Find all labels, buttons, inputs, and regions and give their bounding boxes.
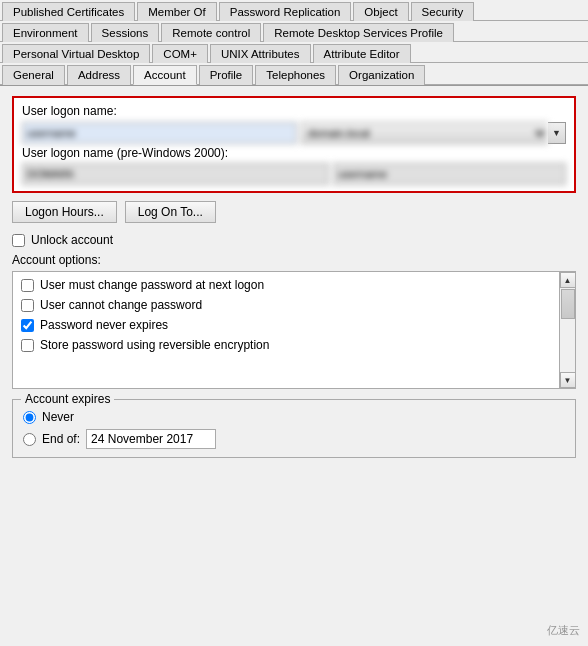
option-row-0: User must change password at next logon — [21, 278, 551, 292]
tab-remote-control[interactable]: Remote control — [161, 23, 261, 42]
scrollbar-thumb[interactable] — [561, 289, 575, 319]
account-expires-group: Account expires Never End of: — [12, 399, 576, 458]
pre2000-row — [22, 163, 566, 185]
tab-organization[interactable]: Organization — [338, 65, 425, 85]
never-label: Never — [42, 410, 74, 424]
pre2000-username-input[interactable] — [333, 163, 566, 185]
user-logon-name-label: User logon name: — [22, 104, 566, 118]
logon-name-input[interactable] — [22, 122, 297, 144]
tab-address[interactable]: Address — [67, 65, 131, 85]
tab-row-4: General Address Account Profile Telephon… — [0, 63, 588, 85]
end-of-row: End of: — [23, 429, 565, 449]
logon-hours-button[interactable]: Logon Hours... — [12, 201, 117, 223]
tab-attribute-editor[interactable]: Attribute Editor — [313, 44, 411, 63]
tab-general[interactable]: General — [2, 65, 65, 85]
never-radio[interactable] — [23, 411, 36, 424]
tab-password-replication[interactable]: Password Replication — [219, 2, 352, 21]
domain-dropdown[interactable]: domain.local — [301, 122, 548, 144]
tab-object[interactable]: Object — [353, 2, 408, 21]
options-scrollbar[interactable]: ▲ ▼ — [559, 272, 575, 388]
option-label-0: User must change password at next logon — [40, 278, 264, 292]
option-label-2: Password never expires — [40, 318, 168, 332]
main-content: User logon name: domain.local ▼ User log… — [0, 86, 588, 646]
tab-remote-desktop[interactable]: Remote Desktop Services Profile — [263, 23, 454, 42]
unlock-account-row: Unlock account — [12, 233, 576, 247]
scrollbar-up-icon[interactable]: ▲ — [560, 272, 576, 288]
option-row-3: Store password using reversible encrypti… — [21, 338, 551, 352]
pre2000-domain-input[interactable] — [22, 163, 329, 185]
tab-com-plus[interactable]: COM+ — [152, 44, 208, 63]
tab-sessions[interactable]: Sessions — [91, 23, 160, 42]
logon-name-row: domain.local ▼ — [22, 122, 566, 144]
scrollbar-down-icon[interactable]: ▼ — [560, 372, 576, 388]
domain-dropdown-container: domain.local ▼ — [301, 122, 566, 144]
option-checkbox-3[interactable] — [21, 339, 34, 352]
account-expires-title: Account expires — [21, 392, 114, 406]
dropdown-arrow-icon[interactable]: ▼ — [548, 122, 566, 144]
option-row-1: User cannot change password — [21, 298, 551, 312]
end-of-label: End of: — [42, 432, 80, 446]
options-list: User must change password at next logon … — [21, 278, 567, 352]
option-row-2: Password never expires — [21, 318, 551, 332]
pre2000-label: User logon name (pre-Windows 2000): — [22, 146, 566, 160]
option-checkbox-1[interactable] — [21, 299, 34, 312]
tab-row-1: Published Certificates Member Of Passwor… — [0, 0, 588, 21]
unlock-account-label: Unlock account — [31, 233, 113, 247]
tab-environment[interactable]: Environment — [2, 23, 89, 42]
logon-buttons-row: Logon Hours... Log On To... — [12, 201, 576, 223]
option-checkbox-0[interactable] — [21, 279, 34, 292]
account-options-label: Account options: — [12, 253, 576, 267]
unlock-account-checkbox[interactable] — [12, 234, 25, 247]
tab-member-of[interactable]: Member Of — [137, 2, 217, 21]
tab-published-certificates[interactable]: Published Certificates — [2, 2, 135, 21]
tab-account[interactable]: Account — [133, 65, 197, 85]
tab-profile[interactable]: Profile — [199, 65, 254, 85]
tab-bar: Published Certificates Member Of Passwor… — [0, 0, 588, 86]
option-checkbox-2[interactable] — [21, 319, 34, 332]
tab-unix-attributes[interactable]: UNIX Attributes — [210, 44, 311, 63]
tab-personal-virtual[interactable]: Personal Virtual Desktop — [2, 44, 150, 63]
logon-name-section: User logon name: domain.local ▼ User log… — [12, 96, 576, 193]
tab-row-3: Personal Virtual Desktop COM+ UNIX Attri… — [0, 42, 588, 63]
tab-telephones[interactable]: Telephones — [255, 65, 336, 85]
never-radio-row: Never — [23, 410, 565, 424]
end-of-radio[interactable] — [23, 433, 36, 446]
tab-security[interactable]: Security — [411, 2, 475, 21]
option-label-1: User cannot change password — [40, 298, 202, 312]
option-label-3: Store password using reversible encrypti… — [40, 338, 269, 352]
tab-row-2: Environment Sessions Remote control Remo… — [0, 21, 588, 42]
end-of-date-input[interactable] — [86, 429, 216, 449]
log-on-to-button[interactable]: Log On To... — [125, 201, 216, 223]
account-options-box: User must change password at next logon … — [12, 271, 576, 389]
